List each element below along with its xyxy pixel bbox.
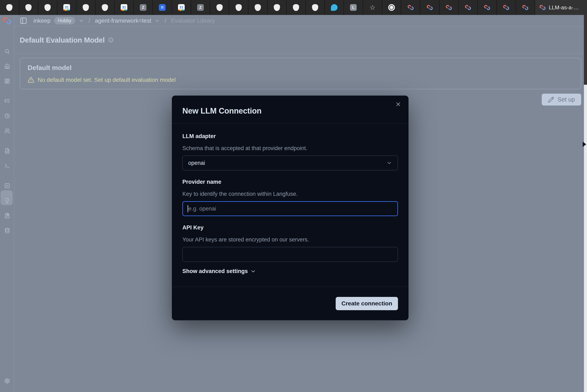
api-key-input[interactable] [182, 247, 398, 262]
browser-tab[interactable]: Z [191, 0, 210, 15]
set-up-button[interactable]: Set up [542, 94, 581, 106]
file-braces-icon [4, 148, 10, 154]
plan-badge: Hobby [54, 17, 75, 24]
advanced-toggle-label: Show advanced settings [182, 268, 248, 274]
browser-tab[interactable] [287, 0, 306, 15]
browser-tab[interactable] [325, 0, 344, 15]
active-tab-title: LLM-as-a-… [549, 4, 579, 11]
sidebar-item-tracing[interactable] [2, 96, 12, 106]
browser-tab[interactable]: 31 [172, 0, 191, 15]
langfuse-favicon [539, 4, 546, 11]
browser-tab[interactable] [19, 0, 38, 15]
chevron-down-icon [250, 268, 256, 274]
owl-favicon [312, 4, 318, 11]
browser-tab[interactable] [306, 0, 325, 15]
browser-tab[interactable] [268, 0, 287, 15]
sidebar-item-scores[interactable] [2, 181, 12, 190]
show-advanced-settings-toggle[interactable]: Show advanced settings [182, 268, 256, 274]
sidebar-item-datasets[interactable] [2, 226, 12, 236]
breadcrumb-project[interactable]: agent-framework=test [95, 18, 151, 24]
edge-arrow-marker [583, 142, 586, 147]
provider-name-description: Key to identify the connection within La… [182, 191, 398, 197]
breadcrumb: inkeep Hobby / agent-framework=test / Ev… [34, 17, 215, 24]
info-icon[interactable] [108, 37, 114, 43]
sidebar-item-playground[interactable] [2, 161, 12, 171]
breadcrumb-section: Evaluator Library [171, 18, 215, 24]
calendar-favicon: 31 [178, 4, 185, 11]
langfuse-favicon [522, 4, 529, 11]
breadcrumb-separator: / [163, 17, 168, 24]
browser-tab[interactable] [401, 0, 420, 15]
z-favicon: Z [197, 4, 204, 11]
sidebar-item-home[interactable] [2, 61, 12, 71]
browser-tabs: 3131Z=31ZL☆ [0, 0, 535, 15]
browser-tab[interactable] [420, 0, 439, 15]
clipboard-pen-icon [4, 213, 10, 218]
owl-favicon [102, 4, 108, 11]
panel-left-icon[interactable] [20, 17, 27, 24]
sidebar-item-dashboards[interactable] [2, 76, 12, 86]
chevron-down-icon[interactable] [155, 18, 160, 24]
sidebar-item-evaluators[interactable] [2, 196, 12, 206]
owl-favicon [293, 4, 299, 11]
lightbulb-icon [4, 198, 10, 204]
browser-tab[interactable]: 31 [115, 0, 134, 15]
browser-tab[interactable]: L [344, 0, 363, 15]
sidebar-item-users[interactable] [2, 126, 12, 136]
modal-body: LLM adapter Schema that is accepted at t… [172, 124, 408, 287]
browser-tab[interactable] [497, 0, 516, 15]
set-up-label: Set up [557, 96, 575, 103]
close-icon[interactable] [395, 101, 401, 107]
browser-tab[interactable] [229, 0, 248, 15]
page-title-row: Default Evaluation Model [14, 26, 587, 54]
langfuse-favicon [484, 4, 490, 11]
browser-tab[interactable] [77, 0, 96, 15]
users-icon [4, 128, 10, 134]
active-browser-tab[interactable]: LLM-as-a-… [535, 0, 587, 15]
langfuse-favicon [503, 4, 509, 11]
browser-tab-bar: 3131Z=31ZL☆ LLM-as-a-… [0, 0, 587, 15]
owl-favicon [45, 4, 51, 11]
browser-tab[interactable] [210, 0, 229, 15]
browser-tab[interactable]: = [153, 0, 172, 15]
provider-name-input[interactable] [182, 201, 398, 216]
llm-adapter-select[interactable]: openai [182, 156, 398, 170]
modal-footer: Create connection [172, 287, 408, 320]
sidebar-item-support[interactable] [2, 391, 12, 392]
sidebar-item-search[interactable] [2, 46, 12, 56]
browser-tab[interactable] [478, 0, 497, 15]
browser-tab[interactable] [516, 0, 535, 15]
breadcrumb-org[interactable]: inkeep [34, 18, 51, 24]
browser-tab[interactable]: Z [134, 0, 153, 15]
browser-tab[interactable] [96, 0, 115, 15]
sidebar-item-settings[interactable] [2, 376, 12, 386]
text-caret [188, 205, 188, 212]
create-connection-button[interactable]: Create connection [336, 297, 398, 310]
provider-name-field: Provider name Key to identify the connec… [182, 179, 398, 216]
chevron-down-icon[interactable] [79, 18, 84, 24]
browser-tab[interactable] [38, 0, 57, 15]
owl-favicon [274, 4, 280, 11]
alert-triangle-icon [28, 76, 34, 83]
sidebar-item-sessions[interactable] [2, 111, 12, 121]
browser-tab[interactable] [439, 0, 459, 15]
default-model-card: Default model No default model set. Set … [20, 58, 581, 89]
browser-tab[interactable] [248, 0, 268, 15]
provider-name-label: Provider name [182, 179, 398, 185]
browser-tab[interactable] [382, 0, 401, 15]
browser-tab[interactable]: ☆ [363, 0, 382, 15]
home-icon [4, 64, 10, 69]
search-icon [4, 48, 10, 54]
no-default-model-warning: No default model set. Set up default eva… [28, 76, 573, 83]
llm-adapter-value: openai [188, 160, 205, 166]
sidebar-item-annotation-queues[interactable] [2, 210, 12, 220]
sidebar-item-prompts[interactable] [2, 146, 12, 156]
l-favicon: L [350, 4, 357, 11]
background-window-edge-light [584, 85, 587, 392]
api-key-field: API Key Your API keys are stored encrypt… [182, 224, 398, 262]
langfuse-logo[interactable] [0, 15, 14, 26]
browser-tab[interactable] [0, 0, 19, 15]
browser-tab[interactable]: 31 [57, 0, 77, 15]
screen: 3131Z=31ZL☆ LLM-as-a-… inkeep [0, 0, 587, 392]
browser-tab[interactable] [459, 0, 478, 15]
